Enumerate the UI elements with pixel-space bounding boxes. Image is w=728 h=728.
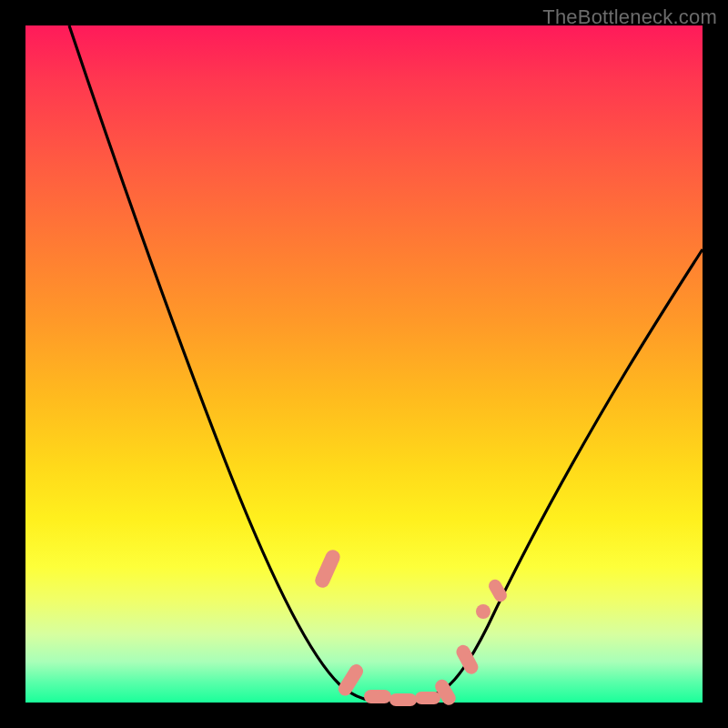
svg-point-7: [476, 604, 490, 619]
svg-rect-1: [336, 662, 366, 698]
svg-rect-0: [313, 548, 343, 591]
svg-rect-2: [364, 690, 391, 703]
outer-frame: TheBottleneck.com: [0, 0, 728, 728]
chart-plot-area: [25, 25, 703, 703]
optimal-range-markers: [313, 548, 510, 708]
svg-rect-4: [415, 692, 440, 704]
svg-rect-3: [389, 693, 417, 706]
bottleneck-curve: [69, 25, 703, 703]
curve-svg: [25, 25, 703, 703]
